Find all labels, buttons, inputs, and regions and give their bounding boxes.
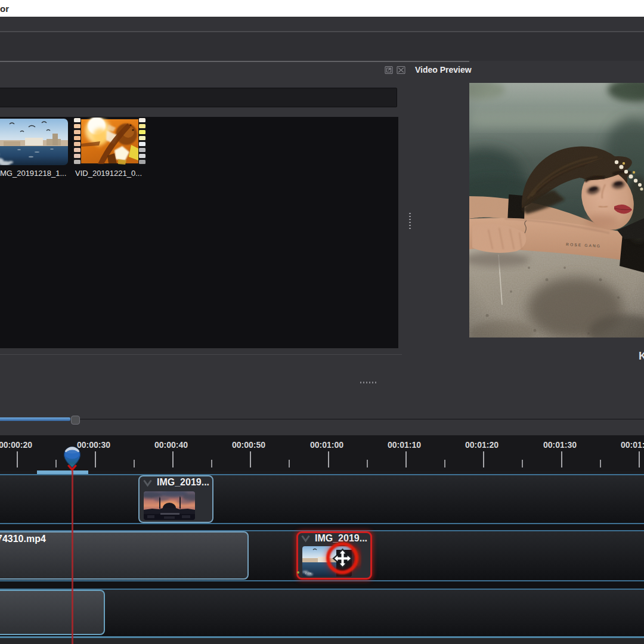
svg-text:2.0s: 2.0s bbox=[305, 571, 311, 575]
